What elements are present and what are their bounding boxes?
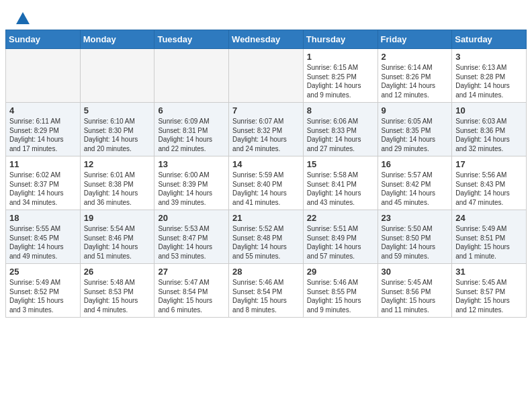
calendar-cell: 11Sunrise: 6:02 AM Sunset: 8:37 PM Dayli… xyxy=(6,156,81,210)
calendar-cell: 8Sunrise: 6:06 AM Sunset: 8:33 PM Daylig… xyxy=(303,103,378,156)
day-info: Sunrise: 6:10 AM Sunset: 8:30 PM Dayligh… xyxy=(84,117,151,153)
day-info: Sunrise: 5:46 AM Sunset: 8:54 PM Dayligh… xyxy=(232,278,300,314)
logo-triangle-icon xyxy=(16,12,30,24)
calendar-cell: 26Sunrise: 5:48 AM Sunset: 8:53 PM Dayli… xyxy=(80,264,154,318)
day-info: Sunrise: 5:46 AM Sunset: 8:55 PM Dayligh… xyxy=(307,278,374,314)
day-info: Sunrise: 5:48 AM Sunset: 8:53 PM Dayligh… xyxy=(84,278,151,314)
day-number: 8 xyxy=(307,105,374,116)
weekday-header-saturday: Saturday xyxy=(452,30,527,49)
day-info: Sunrise: 6:06 AM Sunset: 8:33 PM Dayligh… xyxy=(307,117,374,153)
day-number: 21 xyxy=(232,213,300,223)
day-number: 1 xyxy=(307,52,374,62)
day-number: 4 xyxy=(9,105,77,116)
week-row-5: 25Sunrise: 5:49 AM Sunset: 8:52 PM Dayli… xyxy=(6,264,527,318)
day-info: Sunrise: 5:51 AM Sunset: 8:49 PM Dayligh… xyxy=(307,224,374,261)
day-info: Sunrise: 6:09 AM Sunset: 8:31 PM Dayligh… xyxy=(158,117,225,153)
calendar-cell: 30Sunrise: 5:45 AM Sunset: 8:56 PM Dayli… xyxy=(378,264,452,318)
logo xyxy=(13,11,30,24)
day-number: 15 xyxy=(307,159,374,169)
day-info: Sunrise: 5:53 AM Sunset: 8:47 PM Dayligh… xyxy=(158,224,225,261)
day-info: Sunrise: 5:54 AM Sunset: 8:46 PM Dayligh… xyxy=(84,224,151,261)
day-number: 26 xyxy=(84,267,151,277)
day-info: Sunrise: 6:13 AM Sunset: 8:28 PM Dayligh… xyxy=(455,63,523,99)
day-number: 2 xyxy=(382,52,449,62)
day-info: Sunrise: 5:59 AM Sunset: 8:40 PM Dayligh… xyxy=(232,171,300,207)
day-info: Sunrise: 5:49 AM Sunset: 8:51 PM Dayligh… xyxy=(455,224,523,261)
day-info: Sunrise: 5:52 AM Sunset: 8:48 PM Dayligh… xyxy=(232,224,300,261)
day-info: Sunrise: 5:47 AM Sunset: 8:54 PM Dayligh… xyxy=(158,278,225,314)
day-number: 27 xyxy=(158,267,225,277)
calendar-cell: 9Sunrise: 6:05 AM Sunset: 8:35 PM Daylig… xyxy=(378,103,452,156)
weekday-header-monday: Monday xyxy=(80,30,154,49)
day-info: Sunrise: 5:50 AM Sunset: 8:50 PM Dayligh… xyxy=(382,224,449,261)
day-info: Sunrise: 6:00 AM Sunset: 8:39 PM Dayligh… xyxy=(158,171,225,207)
calendar-cell: 24Sunrise: 5:49 AM Sunset: 8:51 PM Dayli… xyxy=(452,210,527,264)
day-info: Sunrise: 5:49 AM Sunset: 8:52 PM Dayligh… xyxy=(9,278,77,314)
calendar-cell: 2Sunrise: 6:14 AM Sunset: 8:26 PM Daylig… xyxy=(378,49,452,103)
calendar-cell: 4Sunrise: 6:11 AM Sunset: 8:29 PM Daylig… xyxy=(6,103,81,156)
day-number: 3 xyxy=(455,52,523,62)
day-info: Sunrise: 5:45 AM Sunset: 8:57 PM Dayligh… xyxy=(455,278,523,314)
calendar-cell: 20Sunrise: 5:53 AM Sunset: 8:47 PM Dayli… xyxy=(154,210,229,264)
day-info: Sunrise: 6:01 AM Sunset: 8:38 PM Dayligh… xyxy=(84,171,151,207)
weekday-header-tuesday: Tuesday xyxy=(154,30,229,49)
weekday-header-row: SundayMondayTuesdayWednesdayThursdayFrid… xyxy=(6,30,527,49)
day-number: 6 xyxy=(158,105,225,116)
weekday-header-friday: Friday xyxy=(378,30,452,49)
day-number: 7 xyxy=(232,105,300,116)
calendar-cell: 3Sunrise: 6:13 AM Sunset: 8:28 PM Daylig… xyxy=(452,49,527,103)
calendar-table: SundayMondayTuesdayWednesdayThursdayFrid… xyxy=(5,30,527,318)
weekday-header-thursday: Thursday xyxy=(303,30,378,49)
day-number: 18 xyxy=(9,213,77,223)
day-number: 23 xyxy=(382,213,449,223)
calendar-cell: 10Sunrise: 6:03 AM Sunset: 8:36 PM Dayli… xyxy=(452,103,527,156)
day-info: Sunrise: 6:15 AM Sunset: 8:25 PM Dayligh… xyxy=(307,63,374,99)
calendar-cell: 12Sunrise: 6:01 AM Sunset: 8:38 PM Dayli… xyxy=(80,156,154,210)
calendar-cell: 18Sunrise: 5:55 AM Sunset: 8:45 PM Dayli… xyxy=(6,210,81,264)
day-number: 25 xyxy=(9,267,77,277)
calendar-cell: 23Sunrise: 5:50 AM Sunset: 8:50 PM Dayli… xyxy=(378,210,452,264)
day-number: 29 xyxy=(307,267,374,277)
weekday-header-sunday: Sunday xyxy=(6,30,81,49)
day-number: 9 xyxy=(382,105,449,116)
header xyxy=(0,0,532,30)
day-info: Sunrise: 5:58 AM Sunset: 8:41 PM Dayligh… xyxy=(307,171,374,207)
day-number: 24 xyxy=(455,213,523,223)
day-number: 28 xyxy=(232,267,300,277)
day-number: 10 xyxy=(455,105,523,116)
week-row-4: 18Sunrise: 5:55 AM Sunset: 8:45 PM Dayli… xyxy=(6,210,527,264)
day-number: 11 xyxy=(9,159,77,169)
calendar-cell: 13Sunrise: 6:00 AM Sunset: 8:39 PM Dayli… xyxy=(154,156,229,210)
calendar-cell xyxy=(6,49,81,103)
calendar-cell: 27Sunrise: 5:47 AM Sunset: 8:54 PM Dayli… xyxy=(154,264,229,318)
day-number: 19 xyxy=(84,213,151,223)
calendar-cell: 19Sunrise: 5:54 AM Sunset: 8:46 PM Dayli… xyxy=(80,210,154,264)
calendar-cell: 15Sunrise: 5:58 AM Sunset: 8:41 PM Dayli… xyxy=(303,156,378,210)
day-info: Sunrise: 6:03 AM Sunset: 8:36 PM Dayligh… xyxy=(455,117,523,153)
day-number: 13 xyxy=(158,159,225,169)
day-info: Sunrise: 5:45 AM Sunset: 8:56 PM Dayligh… xyxy=(382,278,449,314)
calendar-cell: 31Sunrise: 5:45 AM Sunset: 8:57 PM Dayli… xyxy=(452,264,527,318)
calendar-cell xyxy=(80,49,154,103)
day-number: 17 xyxy=(455,159,523,169)
calendar-cell: 16Sunrise: 5:57 AM Sunset: 8:42 PM Dayli… xyxy=(378,156,452,210)
calendar-cell: 25Sunrise: 5:49 AM Sunset: 8:52 PM Dayli… xyxy=(6,264,81,318)
week-row-2: 4Sunrise: 6:11 AM Sunset: 8:29 PM Daylig… xyxy=(6,103,527,156)
calendar-cell: 1Sunrise: 6:15 AM Sunset: 8:25 PM Daylig… xyxy=(303,49,378,103)
day-info: Sunrise: 6:11 AM Sunset: 8:29 PM Dayligh… xyxy=(9,117,77,153)
day-number: 16 xyxy=(382,159,449,169)
day-number: 5 xyxy=(84,105,151,116)
day-number: 14 xyxy=(232,159,300,169)
calendar-cell: 6Sunrise: 6:09 AM Sunset: 8:31 PM Daylig… xyxy=(154,103,229,156)
day-info: Sunrise: 5:55 AM Sunset: 8:45 PM Dayligh… xyxy=(9,224,77,261)
calendar-cell: 28Sunrise: 5:46 AM Sunset: 8:54 PM Dayli… xyxy=(229,264,304,318)
calendar-cell: 21Sunrise: 5:52 AM Sunset: 8:48 PM Dayli… xyxy=(229,210,304,264)
calendar-cell: 14Sunrise: 5:59 AM Sunset: 8:40 PM Dayli… xyxy=(229,156,304,210)
calendar-cell: 29Sunrise: 5:46 AM Sunset: 8:55 PM Dayli… xyxy=(303,264,378,318)
week-row-3: 11Sunrise: 6:02 AM Sunset: 8:37 PM Dayli… xyxy=(6,156,527,210)
calendar-cell xyxy=(229,49,304,103)
calendar-cell: 5Sunrise: 6:10 AM Sunset: 8:30 PM Daylig… xyxy=(80,103,154,156)
day-number: 30 xyxy=(382,267,449,277)
day-info: Sunrise: 6:07 AM Sunset: 8:32 PM Dayligh… xyxy=(232,117,300,153)
week-row-1: 1Sunrise: 6:15 AM Sunset: 8:25 PM Daylig… xyxy=(6,49,527,103)
